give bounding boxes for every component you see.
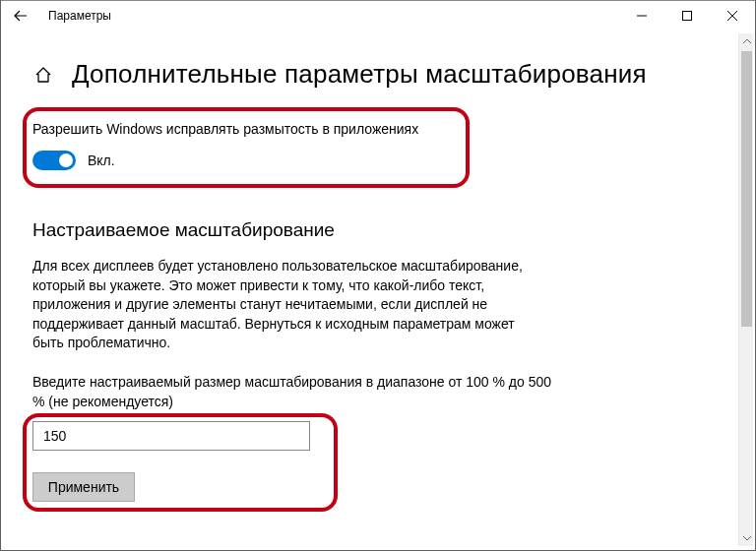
svg-rect-0 [683, 11, 692, 20]
toggle-knob [59, 153, 73, 167]
maximize-button[interactable] [664, 1, 710, 31]
custom-scaling-input-area: Применить [32, 421, 724, 502]
back-button[interactable] [9, 4, 32, 28]
scroll-down-button[interactable] [739, 530, 754, 546]
arrow-left-icon [14, 9, 28, 23]
apply-button[interactable]: Применить [32, 472, 135, 502]
scroll-up-button[interactable] [739, 33, 754, 49]
fix-blur-toggle[interactable] [32, 151, 76, 170]
home-button[interactable] [32, 64, 54, 86]
annotation-highlight [23, 107, 470, 188]
custom-scaling-prompt: Введите настраиваемый размер масштабиров… [32, 373, 554, 411]
fix-blur-section: Разрешить Windows исправлять размытость … [32, 113, 724, 180]
custom-scale-input[interactable] [32, 421, 310, 451]
minimize-button[interactable] [619, 1, 664, 31]
titlebar: Параметры [1, 0, 755, 30]
page-title: Дополнительные параметры масштабирования [72, 59, 647, 90]
minimize-icon [637, 11, 647, 21]
maximize-icon [682, 11, 692, 21]
window-title: Параметры [48, 9, 111, 23]
close-icon [727, 11, 737, 21]
fix-blur-label: Разрешить Windows исправлять размытость … [32, 121, 724, 137]
chevron-down-icon [743, 535, 751, 541]
close-button[interactable] [710, 1, 755, 31]
custom-scaling-description: Для всех дисплеев будет установлено поль… [32, 257, 544, 353]
home-icon [33, 65, 53, 85]
scrollbar-thumb[interactable] [741, 51, 752, 327]
custom-scaling-heading: Настраиваемое масштабирование [32, 219, 724, 241]
fix-blur-toggle-status: Вкл. [88, 153, 115, 168]
chevron-up-icon [743, 38, 751, 44]
vertical-scrollbar[interactable] [738, 33, 753, 546]
